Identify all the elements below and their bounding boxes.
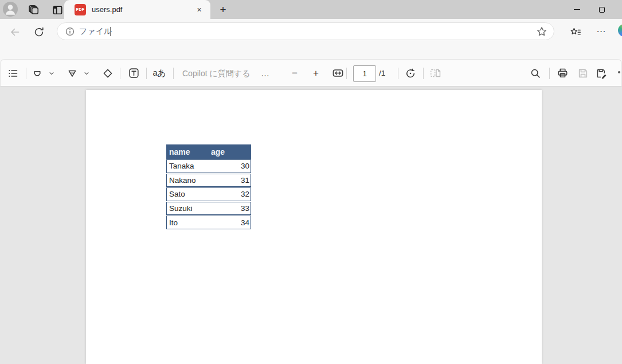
rotate-icon [405, 68, 416, 79]
vertical-tabs-button[interactable] [50, 2, 65, 17]
divider [549, 68, 550, 79]
table-of-contents-button[interactable] [5, 65, 21, 81]
cell-age: 33 [241, 204, 251, 213]
person-icon [3, 2, 18, 17]
text-cursor [110, 27, 111, 36]
back-button [6, 23, 24, 41]
browser-window-icon [52, 4, 64, 16]
window-maximize-button[interactable] [589, 0, 615, 19]
save-as-icon [596, 68, 607, 79]
draw-options-button[interactable] [81, 65, 92, 81]
pdf-table-header: name age [166, 144, 251, 159]
divider [398, 68, 398, 79]
page-number-input[interactable] [353, 65, 376, 82]
new-tab-button[interactable]: + [216, 2, 230, 17]
tab-users-pdf[interactable]: PDF users.pdf × [64, 0, 210, 19]
cell-age: 31 [241, 176, 251, 185]
pdf-table-body: Tanaka30Nakano31Sato32Suzuki33Ito34 [166, 159, 251, 229]
browser-chrome: ファイル … [0, 19, 622, 59]
save-as-button[interactable] [593, 65, 609, 81]
read-aloud-button[interactable]: aあ [150, 65, 169, 81]
table-row: Tanaka30 [166, 159, 251, 173]
page-total-label: /1 [379, 60, 385, 87]
contents-list-icon [7, 68, 19, 79]
divider [26, 68, 26, 79]
highlighter-icon [32, 68, 43, 79]
ask-copilot-button[interactable]: Copilot に質問する [182, 60, 250, 87]
rotate-button[interactable] [402, 65, 418, 81]
divider [146, 68, 147, 79]
favorite-star-icon[interactable] [536, 26, 547, 37]
print-icon [557, 67, 569, 79]
workspaces-icon [28, 4, 40, 16]
users-table: name age Tanaka30Nakano31Sato32Suzuki33I… [166, 144, 251, 229]
refresh-button[interactable] [30, 23, 48, 41]
tab-close-icon[interactable]: × [194, 4, 205, 15]
cell-age: 32 [241, 190, 251, 198]
table-row: Suzuki33 [166, 202, 251, 216]
column-header-age: age [211, 147, 225, 156]
favorites-hub-button[interactable] [566, 23, 585, 41]
fit-to-width-button[interactable] [330, 65, 346, 81]
profile-avatar[interactable] [3, 2, 18, 17]
pdf-file-icon: PDF [75, 4, 86, 15]
window-minimize-button[interactable] [564, 0, 589, 19]
browser-settings-menu-button[interactable]: … [592, 20, 611, 38]
maximize-icon [599, 7, 605, 13]
minimize-icon [574, 9, 580, 10]
pdf-page: name age Tanaka30Nakano31Sato32Suzuki33I… [86, 90, 542, 364]
chevron-down-icon [82, 69, 91, 78]
chevron-down-icon [47, 69, 56, 78]
erase-button[interactable] [100, 65, 116, 81]
pdf-viewer-area[interactable]: name age Tanaka30Nakano31Sato32Suzuki33I… [0, 87, 622, 364]
tab-title: users.pdf [92, 5, 122, 14]
search-document-button[interactable] [527, 65, 543, 81]
page-view-icon [429, 67, 441, 79]
copilot-icon[interactable] [618, 24, 622, 37]
address-bar[interactable]: ファイル [57, 22, 554, 40]
address-protocol-label: ファイル [79, 26, 112, 37]
cell-age: 34 [241, 218, 251, 227]
favorites-list-icon [570, 26, 582, 38]
cell-name: Nakano [167, 176, 196, 185]
cell-name: Ito [167, 218, 178, 227]
add-text-button[interactable] [126, 65, 142, 81]
highlight-options-button[interactable] [46, 65, 57, 81]
divider [423, 68, 424, 79]
print-button[interactable] [554, 65, 570, 81]
search-icon [530, 68, 541, 79]
divider [346, 68, 347, 79]
info-icon[interactable] [65, 26, 75, 37]
cell-name: Suzuki [167, 204, 193, 213]
zoom-out-button[interactable]: − [287, 65, 303, 81]
draw-button[interactable] [64, 65, 80, 81]
pen-nib-icon [66, 68, 78, 79]
save-icon [577, 68, 589, 79]
column-header-name: name [166, 147, 211, 156]
pdf-toolbar: aあ Copilot に質問する … − + /1 [0, 59, 622, 87]
divider [173, 68, 174, 79]
refresh-icon [33, 26, 45, 38]
toolbar-more-button[interactable]: … [257, 65, 273, 81]
divider [120, 68, 120, 79]
cell-name: Sato [167, 190, 185, 198]
cell-name: Tanaka [167, 162, 194, 170]
fit-width-icon [332, 67, 344, 79]
toolbar-overflow-dot[interactable] [618, 71, 620, 73]
titlebar: PDF users.pdf × + [0, 0, 622, 19]
table-row: Nakano31 [166, 174, 251, 187]
text-tool-icon [128, 67, 140, 79]
table-row: Sato32 [166, 187, 251, 201]
highlight-button[interactable] [29, 65, 45, 81]
save-button [575, 65, 591, 81]
workspaces-button[interactable] [26, 2, 41, 17]
zoom-in-button[interactable]: + [308, 65, 324, 81]
page-view-button [427, 65, 443, 81]
back-arrow-icon [9, 26, 21, 38]
cell-age: 30 [241, 162, 251, 170]
eraser-icon [102, 68, 114, 79]
table-row: Ito34 [166, 216, 251, 229]
